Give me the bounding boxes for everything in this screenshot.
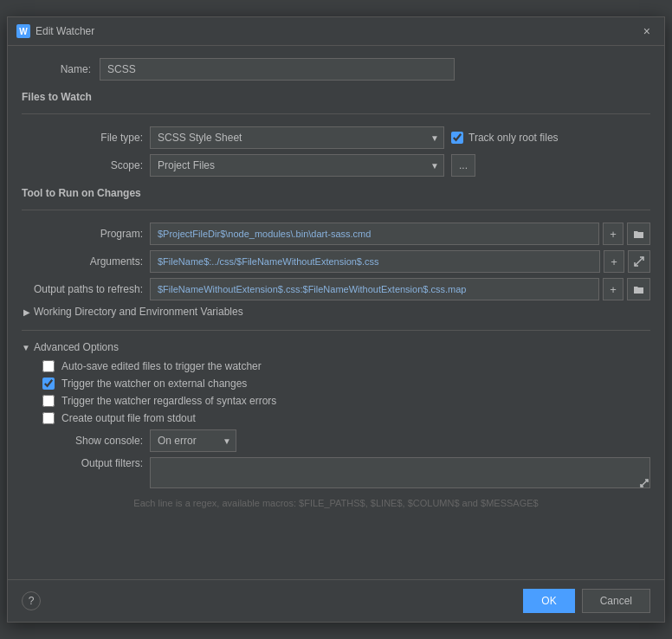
tool-fields: Program: + Arguments: <box>22 223 650 318</box>
option-external-label: Trigger the watcher on external changes <box>61 378 247 390</box>
files-watch-section: Files to Watch File type: SCSS Style She… <box>22 91 650 177</box>
advanced-header[interactable]: ▼ Advanced Options <box>22 341 650 353</box>
output-filters-row: Output filters: <box>22 457 650 491</box>
output-paths-label: Output paths to refresh: <box>22 283 143 295</box>
program-row: Program: + <box>22 223 650 245</box>
scope-row: Scope: Project Files ▼ ... <box>22 154 650 177</box>
working-dir-triangle: ▶ <box>23 307 30 317</box>
scope-select[interactable]: Project Files <box>150 154 444 177</box>
file-type-row: File type: SCSS Style Sheet ▼ Track only… <box>22 126 650 149</box>
working-dir-row[interactable]: ▶ Working Directory and Environment Vari… <box>22 306 650 318</box>
advanced-options-content: Auto-save edited files to trigger the wa… <box>22 357 650 508</box>
regex-hint: Each line is a regex, available macros: … <box>22 498 650 508</box>
program-folder-button[interactable] <box>627 223 650 245</box>
program-label: Program: <box>22 228 143 240</box>
close-button[interactable]: × <box>638 23 656 40</box>
arguments-input[interactable] <box>150 250 600 273</box>
tool-section: Tool to Run on Changes Program: + <box>22 187 650 318</box>
advanced-divider <box>22 330 650 331</box>
output-filters-wrapper <box>150 457 650 491</box>
name-label: Name: <box>22 63 91 75</box>
program-input[interactable] <box>150 223 599 245</box>
files-watch-header: Files to Watch <box>22 91 650 103</box>
dialog-icon: W <box>16 24 30 38</box>
tool-section-header: Tool to Run on Changes <box>22 187 650 199</box>
track-root-checkbox[interactable] <box>451 132 463 144</box>
name-input[interactable] <box>100 58 455 81</box>
scope-label: Scope: <box>22 159 143 171</box>
title-bar: W Edit Watcher × <box>8 17 664 46</box>
tool-section-divider <box>22 210 650 210</box>
advanced-label: Advanced Options <box>34 341 119 353</box>
help-button[interactable]: ? <box>22 591 41 610</box>
edit-watcher-dialog: W Edit Watcher × Name: Files to Watch Fi… <box>7 16 665 623</box>
option-syntax-label: Trigger the watcher regardless of syntax… <box>61 395 276 407</box>
output-paths-folder-button[interactable] <box>627 278 650 300</box>
output-filters-expand-button[interactable] <box>640 479 649 489</box>
option-external-row: Trigger the watcher on external changes <box>22 378 650 390</box>
option-autosave-checkbox[interactable] <box>42 360 55 372</box>
track-root-label: Track only root files <box>468 132 559 144</box>
show-console-label: Show console: <box>22 435 143 447</box>
console-select-wrapper: On error Always Never ▼ <box>150 429 236 452</box>
scope-dots-button[interactable]: ... <box>451 154 475 177</box>
option-stdout-row: Create output file from stdout <box>22 412 650 424</box>
output-paths-input[interactable] <box>150 278 599 300</box>
option-autosave-row: Auto-save edited files to trigger the wa… <box>22 360 650 372</box>
ok-button[interactable]: OK <box>523 589 574 613</box>
dialog-content: Name: Files to Watch File type: SCSS Sty… <box>8 46 664 579</box>
arguments-row: Arguments: + <box>22 250 650 273</box>
option-stdout-label: Create output file from stdout <box>61 412 196 424</box>
output-paths-input-group: + <box>150 278 650 300</box>
option-external-checkbox[interactable] <box>42 378 55 390</box>
option-autosave-label: Auto-save edited files to trigger the wa… <box>61 360 262 372</box>
option-stdout-checkbox[interactable] <box>42 412 55 424</box>
track-root-wrapper: Track only root files <box>451 132 559 144</box>
arguments-add-button[interactable]: + <box>604 250 624 273</box>
arguments-label: Arguments: <box>22 255 143 268</box>
file-type-wrapper: SCSS Style Sheet ▼ <box>150 126 444 149</box>
files-watch-divider <box>22 113 650 114</box>
scope-wrapper: Project Files ▼ <box>150 154 444 177</box>
arguments-input-group: + <box>150 250 650 273</box>
title-bar-left: W Edit Watcher <box>16 24 94 38</box>
working-dir-label: Working Directory and Environment Variab… <box>34 306 243 318</box>
file-type-select[interactable]: SCSS Style Sheet <box>150 126 444 149</box>
advanced-section: ▼ Advanced Options Auto-save edited file… <box>22 328 650 508</box>
output-paths-add-button[interactable]: + <box>603 278 624 300</box>
option-syntax-checkbox[interactable] <box>42 395 55 407</box>
footer-right: OK Cancel <box>523 589 650 613</box>
program-add-button[interactable]: + <box>603 223 624 245</box>
cancel-button[interactable]: Cancel <box>582 589 650 613</box>
advanced-triangle: ▼ <box>22 343 30 352</box>
arguments-expand-button[interactable] <box>628 250 650 273</box>
output-filters-label: Output filters: <box>22 457 143 469</box>
show-console-row: Show console: On error Always Never ▼ <box>22 429 650 452</box>
program-input-group: + <box>150 223 650 245</box>
output-filters-textarea[interactable] <box>150 457 650 488</box>
dialog-title: Edit Watcher <box>36 25 94 37</box>
output-paths-row: Output paths to refresh: + <box>22 278 650 300</box>
footer: ? OK Cancel <box>8 579 664 622</box>
footer-left: ? <box>22 591 41 610</box>
console-select[interactable]: On error Always Never <box>150 429 236 452</box>
name-row: Name: <box>22 58 650 81</box>
file-type-label: File type: <box>22 132 143 144</box>
option-syntax-row: Trigger the watcher regardless of syntax… <box>22 395 650 407</box>
